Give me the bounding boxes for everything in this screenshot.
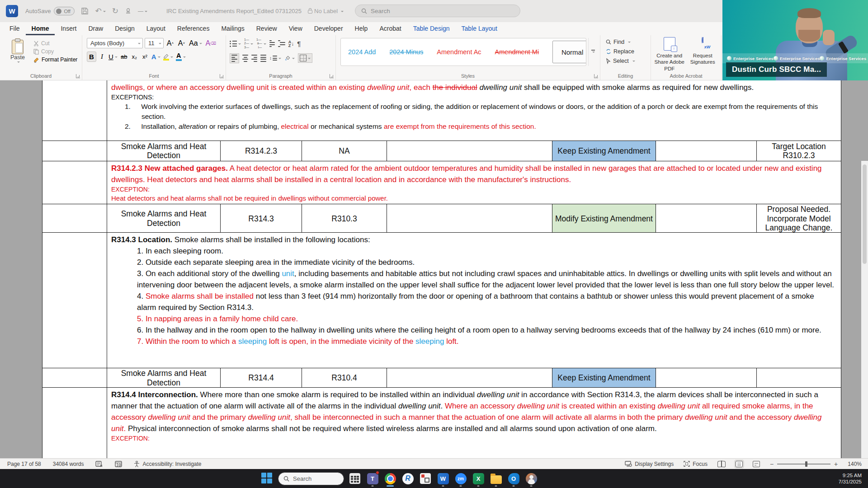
tab-view[interactable]: View: [283, 23, 308, 35]
styles-gallery-more-button[interactable]: [588, 38, 597, 66]
focus-mode-button[interactable]: Focus: [684, 461, 708, 467]
list-item-3[interactable]: 3. On each additional story of the dwell…: [111, 268, 835, 291]
cell-action-keep[interactable]: Keep Existing Amendment: [552, 368, 656, 388]
find-button[interactable]: Find: [606, 39, 651, 45]
video-call-window[interactable]: Enterprise Services Enterprise Services …: [722, 0, 868, 80]
italic-button[interactable]: I: [97, 52, 107, 62]
font-size-select[interactable]: 11: [145, 38, 164, 48]
taskbar-icon-outlook[interactable]: O: [507, 470, 520, 487]
align-center-button[interactable]: [242, 55, 248, 62]
tab-review[interactable]: Review: [250, 23, 283, 35]
tab-mailings[interactable]: Mailings: [215, 23, 250, 35]
cell-topic[interactable]: Smoke Alarms and Heat Detection: [107, 204, 221, 233]
cell-blank[interactable]: [387, 141, 552, 161]
tab-developer[interactable]: Developer: [308, 23, 349, 35]
cell-action-modify[interactable]: Modify Existing Amendment: [552, 204, 656, 233]
tab-design[interactable]: Design: [109, 23, 141, 35]
cell-blank[interactable]: [656, 204, 757, 233]
font-dialog-launcher-icon[interactable]: [220, 74, 224, 78]
cell-model-code[interactable]: R310.4: [302, 368, 387, 388]
highlight-color-button[interactable]: [162, 52, 174, 62]
cut-button[interactable]: Cut: [33, 40, 77, 47]
taskbar-icon-word[interactable]: W: [436, 470, 450, 487]
exception-item-1[interactable]: 1. Work involving the exterior surfaces …: [111, 102, 835, 122]
line-spacing-button[interactable]: ↕: [269, 56, 281, 61]
autosave-control[interactable]: AutoSave Off: [25, 7, 75, 15]
cell-topic[interactable]: Smoke Alarms and Heat Detection: [107, 368, 221, 388]
style-amendment-add[interactable]: Amendment Ac: [437, 48, 481, 56]
zoom-slider-handle[interactable]: [805, 461, 807, 467]
web-layout-button[interactable]: [753, 461, 760, 467]
autosave-toggle[interactable]: Off: [54, 7, 75, 15]
taskbar-icon-file-explorer[interactable]: [489, 470, 503, 487]
system-clock[interactable]: 9:25 AM 7/31/2025: [839, 469, 862, 488]
superscript-button[interactable]: x²: [140, 52, 150, 62]
cell-blank[interactable]: [387, 368, 552, 388]
print-layout-button[interactable]: [736, 461, 743, 467]
cell-code[interactable]: R314.2.3: [221, 141, 302, 161]
tab-references[interactable]: References: [171, 23, 216, 35]
font-color-button[interactable]: A: [175, 52, 187, 62]
macro-recording-icon[interactable]: [115, 461, 122, 467]
zoom-out-button[interactable]: −: [770, 460, 774, 468]
cell-blank[interactable]: [42, 141, 107, 161]
tab-table-layout[interactable]: Table Layout: [456, 23, 503, 35]
cell-action-keep[interactable]: Keep Existing Amendment: [552, 141, 656, 161]
list-item-2[interactable]: 2. Outside each separate sleeping area i…: [111, 257, 835, 268]
subscript-button[interactable]: x₂: [130, 52, 139, 62]
read-mode-button[interactable]: [717, 461, 726, 467]
numbering-button[interactable]: 1—2—3—: [244, 38, 253, 49]
clipboard-dialog-launcher-icon[interactable]: [76, 74, 80, 78]
list-item-7[interactable]: 7. Within the room to which a sleeping l…: [111, 336, 835, 347]
style-amendment-minus[interactable]: Amendment Mi: [495, 48, 539, 56]
taskbar-icon-excel[interactable]: X: [472, 470, 485, 487]
taskbar-search[interactable]: Search: [278, 472, 344, 485]
cell-model-code[interactable]: R310.3: [302, 204, 387, 233]
scrollbar-thumb[interactable]: [863, 164, 867, 264]
borders-button[interactable]: [298, 53, 312, 63]
exception-label[interactable]: EXCEPTION:: [111, 434, 835, 443]
taskbar-icon-chrome[interactable]: [383, 470, 397, 487]
proofing-errors-icon[interactable]: [95, 461, 103, 467]
zoom-slider-track[interactable]: [777, 464, 830, 465]
document-page[interactable]: dwellings, or where an accessory dwellin…: [42, 80, 841, 458]
zoom-level[interactable]: 140%: [848, 461, 862, 467]
display-settings-button[interactable]: Display Settings: [625, 461, 674, 467]
exception-item-2[interactable]: 2. Installation, alteration or repairs o…: [111, 122, 835, 131]
tab-home[interactable]: Home: [26, 23, 55, 35]
zoom-slider[interactable]: − +: [770, 460, 838, 468]
start-button[interactable]: [260, 470, 274, 487]
decrease-indent-button[interactable]: [269, 40, 275, 47]
paragraph[interactable]: dwellings, or where an accessory dwellin…: [111, 82, 835, 93]
customize-toolbar-icon[interactable]: —: [138, 9, 147, 14]
taskbar-icon-zoom[interactable]: zm: [454, 470, 467, 487]
text-effects-button[interactable]: A: [151, 52, 161, 62]
tab-draw[interactable]: Draw: [82, 23, 109, 35]
styles-dialog-launcher-icon[interactable]: [594, 74, 598, 78]
page-indicator[interactable]: Page 17 of 58: [7, 461, 41, 467]
paragraph[interactable]: R314.3 Location. Smoke alarms shall be i…: [111, 234, 835, 245]
clear-formatting-button[interactable]: A⌫: [205, 38, 217, 48]
paragraph[interactable]: R314.4 Interconnection. Where more than …: [111, 389, 835, 434]
copy-button[interactable]: Copy: [33, 48, 77, 55]
list-item-1[interactable]: 1. In each sleeping room.: [111, 245, 835, 257]
list-item-4[interactable]: 4. Smoke alarms shall be installed not l…: [111, 291, 835, 313]
underline-button[interactable]: U: [108, 52, 118, 62]
undo-icon[interactable]: ↶: [95, 7, 105, 15]
replace-button[interactable]: Replace: [606, 48, 651, 55]
sensitivity-label[interactable]: No Label: [308, 8, 344, 14]
cell-topic[interactable]: Smoke Alarms and Heat Detection: [107, 141, 221, 161]
style-2024-minus[interactable]: 2024 Minus: [389, 48, 423, 56]
cell-blank[interactable]: [42, 204, 107, 233]
format-painter-button[interactable]: Format Painter: [33, 56, 77, 63]
exception-label[interactable]: EXCEPTION:: [111, 185, 835, 194]
cell-blank[interactable]: [656, 141, 757, 161]
exception-text[interactable]: Heat detectors and heat alarms shall not…: [111, 194, 835, 202]
taskbar-icon-snipping-tool[interactable]: [419, 470, 432, 487]
grow-font-button[interactable]: A˄: [165, 38, 175, 48]
search-input[interactable]: Search: [355, 5, 520, 17]
style-2024-add[interactable]: 2024 Add: [348, 48, 376, 56]
change-case-button[interactable]: Aa: [188, 38, 203, 48]
tab-acrobat[interactable]: Acrobat: [373, 23, 407, 35]
cell-code[interactable]: R314.3: [221, 204, 302, 233]
